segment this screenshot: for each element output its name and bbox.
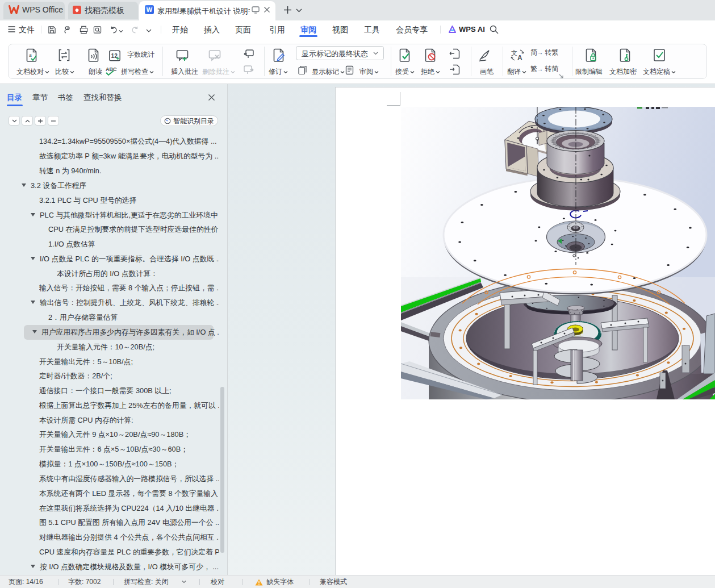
svg-text:a: a	[29, 51, 32, 58]
svg-text:文: 文	[511, 49, 517, 56]
svg-text:A: A	[517, 54, 522, 62]
